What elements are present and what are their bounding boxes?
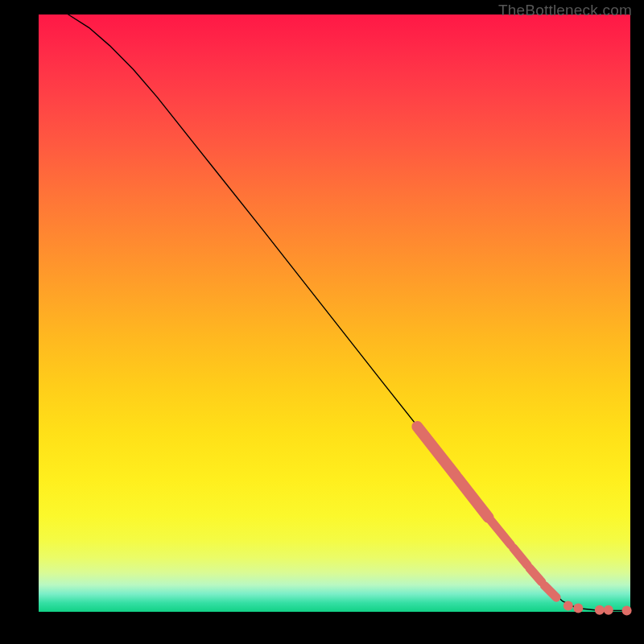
highlight-dots — [564, 601, 632, 616]
highlight-segment — [514, 548, 528, 566]
highlight-dot — [573, 604, 583, 613]
highlight-dot — [564, 601, 573, 611]
highlight-dot — [622, 606, 632, 616]
highlight-segment — [491, 521, 510, 545]
highlight-dot — [604, 605, 613, 615]
highlight-segments — [417, 427, 556, 597]
chart-svg — [39, 14, 630, 612]
plot-area — [39, 14, 630, 612]
highlight-segment — [457, 478, 488, 518]
watermark-text: TheBottleneck.com — [498, 2, 632, 19]
main-curve — [68, 14, 630, 611]
highlight-dot — [595, 605, 605, 615]
highlight-segment — [417, 427, 456, 476]
chart-stage: TheBottleneck.com — [0, 0, 644, 644]
highlight-segment — [544, 585, 556, 597]
highlight-segment — [530, 568, 542, 582]
